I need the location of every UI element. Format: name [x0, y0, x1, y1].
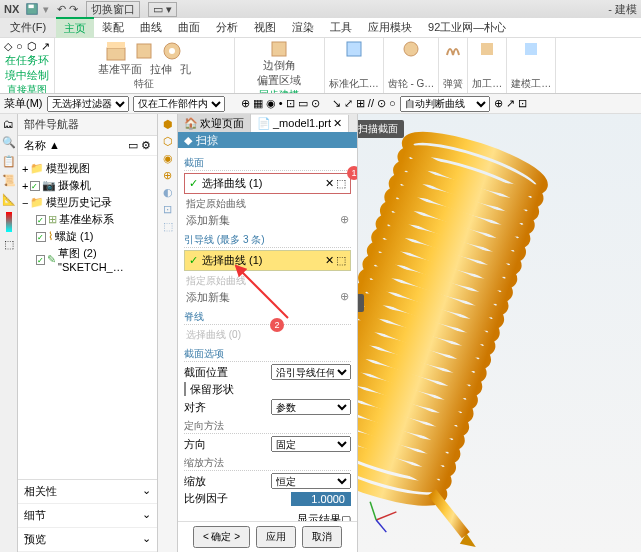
ribbon-feature[interactable]: 基准平面拉伸孔 特征: [55, 38, 235, 93]
tab-model[interactable]: 📄_model1.prt✕: [251, 115, 349, 132]
apply-button[interactable]: 应用: [256, 526, 296, 548]
spine-header: 脊线: [184, 310, 351, 325]
scale-select[interactable]: 恒定: [271, 473, 351, 489]
menu-surface[interactable]: 曲面: [170, 18, 208, 37]
menu-tools[interactable]: 工具: [322, 18, 360, 37]
tab-welcome[interactable]: 🏠欢迎页面: [178, 114, 251, 133]
svg-rect-3: [107, 48, 125, 60]
pos-select[interactable]: 沿引导线任何位置: [271, 364, 351, 380]
measure-icon[interactable]: 📐: [2, 193, 16, 206]
nav-related[interactable]: 相关性⌄: [18, 480, 157, 504]
menu-curve[interactable]: 曲线: [132, 18, 170, 37]
left-rail: 🗂 🔍 📋 📜 📐 ⬚: [0, 114, 18, 552]
add-set[interactable]: 添加新集 ⊕: [184, 212, 351, 229]
keep-check[interactable]: [184, 382, 186, 396]
ribbon-model[interactable]: 建模工…: [507, 38, 556, 93]
ribbon-std[interactable]: 标准化工…: [325, 38, 384, 93]
section-header: 截面: [184, 156, 351, 171]
factor-input[interactable]: 1.0000: [291, 492, 351, 506]
close-icon[interactable]: ✕: [333, 117, 342, 130]
graphics-viewport[interactable]: 先选择扫描截面 再选择路径: [358, 114, 641, 552]
tool-icon[interactable]: ⊕: [163, 169, 172, 182]
tool-icon[interactable]: ⬚: [336, 254, 346, 267]
nav-tools[interactable]: ▭ ⚙: [128, 139, 151, 152]
badge-1: 1: [347, 166, 357, 180]
titlebar: NX ▾ ↶ ↷ 切换窗口 ▭ ▾ - 建模: [0, 0, 641, 18]
orig-curve2: 指定原始曲线: [184, 273, 351, 289]
cancel-button[interactable]: 取消: [302, 526, 342, 548]
tool-icon[interactable]: ◉: [163, 152, 173, 165]
ribbon-sync[interactable]: 边倒角 偏置区域 同步建模: [235, 38, 325, 93]
nav-column[interactable]: 名称 ▲: [24, 138, 60, 153]
align-select[interactable]: 参数: [271, 399, 351, 415]
menu-render[interactable]: 渲染: [284, 18, 322, 37]
dir-select[interactable]: 固定: [271, 436, 351, 452]
menu-analysis[interactable]: 分析: [208, 18, 246, 37]
tool-icon[interactable]: ⬢: [163, 118, 173, 131]
title-suffix: - 建模: [608, 2, 637, 17]
spine-sel[interactable]: 选择曲线 (0): [184, 327, 351, 343]
ribbon-sketch[interactable]: ◇○⬡↗ 在任务环境中绘制 直接草图: [0, 38, 55, 93]
menu-button[interactable]: 菜单(M): [4, 96, 43, 111]
spring-model: [358, 114, 641, 552]
tool-icon[interactable]: ⬚: [163, 220, 173, 233]
reverse-icon[interactable]: ✕: [325, 177, 334, 190]
part-navigator: 部件导航器 名称 ▲▭ ⚙ +📁模型视图 +📷摄像机 −📁模型历史记录 ⊞基准坐…: [18, 114, 158, 552]
curve-rule-select[interactable]: 自动判断曲线: [400, 96, 490, 112]
tree-item: ✎草图 (2) "SKETCH_…: [20, 245, 155, 274]
nav-detail[interactable]: 细节⌄: [18, 504, 157, 528]
tree-item: +📷摄像机: [20, 177, 155, 194]
menu-file[interactable]: 文件(F): [0, 18, 56, 37]
callout-2: 再选择路径: [358, 294, 364, 312]
ribbon-spring[interactable]: 弹簧: [439, 38, 468, 93]
selection-toolbar: 菜单(M) 无选择过滤器 仅在工作部件内 ⊕ ▦ ◉ • ⊡ ▭ ⊙ ↘ ⤢ ⊞…: [0, 94, 641, 114]
menu-app[interactable]: 应用模块: [360, 18, 420, 37]
opts-header: 截面选项: [184, 347, 351, 362]
nav-footer: 相关性⌄ 细节⌄ 预览⌄: [18, 479, 157, 552]
menu-custom[interactable]: 92工业网—朴心: [420, 18, 514, 37]
add-set2[interactable]: 添加新集 ⊕: [184, 289, 351, 306]
tree-item: ⊞基准坐标系: [20, 211, 155, 228]
menu-view[interactable]: 视图: [246, 18, 284, 37]
svg-rect-11: [481, 43, 493, 55]
badge-2: 2: [270, 318, 284, 332]
select-guide-curve[interactable]: ✓选择曲线 (1) ✕⬚: [184, 250, 351, 271]
menu-assembly[interactable]: 装配: [94, 18, 132, 37]
show-result[interactable]: 显示结果: [297, 512, 341, 521]
svg-rect-9: [347, 42, 361, 56]
tree-item: ⌇螺旋 (1): [20, 228, 155, 245]
tool-icon[interactable]: ⊡: [163, 203, 172, 216]
tree-item: +📁模型视图: [20, 160, 155, 177]
tool-icon[interactable]: ◐: [163, 186, 173, 199]
layer-icon[interactable]: 📋: [2, 155, 16, 168]
reverse-icon[interactable]: ✕: [325, 254, 334, 267]
ribbon-gear[interactable]: 齿轮 - G…: [384, 38, 440, 93]
menu-home[interactable]: 主页: [56, 17, 94, 38]
ok-button[interactable]: < 确定 >: [193, 526, 250, 548]
nav-icon[interactable]: 🗂: [3, 118, 14, 130]
tool-icon[interactable]: ⬚: [336, 177, 346, 190]
ribbon: ◇○⬡↗ 在任务环境中绘制 直接草图 基准平面拉伸孔 特征 边倒角 偏置区域 同…: [0, 38, 641, 94]
filter-select[interactable]: 无选择过滤器: [47, 96, 129, 112]
history-icon[interactable]: 📜: [2, 174, 16, 187]
svg-point-7: [169, 48, 175, 54]
nav-title: 部件导航器: [18, 114, 157, 136]
sweep-dialog: 🏠欢迎页面 📄_model1.prt✕ ◆ 扫掠 截面 ✓选择曲线 (1) ✕⬚…: [178, 114, 358, 552]
svg-rect-8: [272, 42, 286, 56]
model-tree[interactable]: +📁模型视图 +📷摄像机 −📁模型历史记录 ⊞基准坐标系 ⌇螺旋 (1) ✎草图…: [18, 156, 157, 479]
guide-header: 引导线 (最多 3 条): [184, 233, 351, 248]
select-section-curve[interactable]: ✓选择曲线 (1) ✕⬚: [184, 173, 351, 194]
view-icon[interactable]: 🔍: [2, 136, 16, 149]
color-icon[interactable]: [6, 212, 12, 232]
scope-select[interactable]: 仅在工作部件内: [133, 96, 225, 112]
tool-icon[interactable]: ⬡: [163, 135, 173, 148]
mid-rail: ⬢ ⬡ ◉ ⊕ ◐ ⊡ ⬚: [158, 114, 178, 552]
callout-1: 先选择扫描截面: [358, 120, 404, 138]
nav-preview[interactable]: 预览⌄: [18, 528, 157, 552]
save-icon[interactable]: [25, 2, 39, 16]
svg-rect-1: [29, 5, 34, 9]
orig-curve[interactable]: 指定原始曲线: [184, 196, 351, 212]
ribbon-mfg[interactable]: 加工…: [468, 38, 507, 93]
material-icon[interactable]: ⬚: [4, 238, 14, 251]
switch-window[interactable]: 切换窗口: [86, 1, 140, 18]
